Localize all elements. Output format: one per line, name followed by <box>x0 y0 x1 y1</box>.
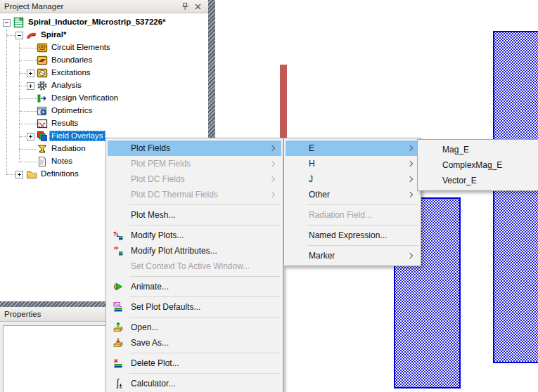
menu-item-plot-fields[interactable]: Plot Fields <box>108 141 281 156</box>
tree-item-results[interactable]: Results <box>0 117 208 130</box>
tree-item-label[interactable]: Boundaries <box>49 55 94 65</box>
menu-item-plot-mesh[interactable]: Plot Mesh... <box>108 207 281 223</box>
design-icon <box>26 30 37 41</box>
set-plot-defaults-icon <box>113 301 124 313</box>
menu-item-save-as[interactable]: Save As... <box>108 335 281 351</box>
panel-title: Project Manager <box>4 2 63 11</box>
menu-item-named-expression[interactable]: Named Expression... <box>286 228 419 243</box>
animate-icon <box>113 281 124 292</box>
menu-item-label: Save As... <box>131 338 169 348</box>
tree-item-design-verification[interactable]: Design Verification <box>0 92 208 105</box>
pin-icon[interactable] <box>181 2 190 11</box>
excitations-icon <box>37 67 48 79</box>
menu-item-label: Plot DC Fields <box>131 174 185 184</box>
menu-item-label: Radiation Field... <box>309 210 372 220</box>
menu-item-j[interactable]: J <box>286 171 419 187</box>
menu-item-label: Plot Fields <box>131 143 170 153</box>
menu-item-modify-plot-attributes[interactable]: Modify Plot Attributes... <box>108 243 281 259</box>
delete-plot-icon <box>113 358 124 369</box>
expand-plus-box[interactable] <box>15 171 23 178</box>
tree-connector <box>6 35 16 37</box>
project-manager-titlebar[interactable]: Project Manager <box>0 0 208 13</box>
menu-item-label: Plot Mesh... <box>131 210 175 220</box>
menu-item-marker[interactable]: Marker <box>286 248 419 263</box>
model-object-hatched-right[interactable] <box>493 31 538 363</box>
expand-plus-box[interactable] <box>27 82 34 90</box>
tree-item-boundaries[interactable]: Boundaries <box>0 54 208 67</box>
menu-item-calculator[interactable]: Calculator... <box>108 376 281 391</box>
definitions-icon <box>26 169 37 180</box>
menu-separator <box>129 353 280 353</box>
model-object-red-bar[interactable] <box>280 65 287 139</box>
menu-item-open[interactable]: Open... <box>108 320 281 335</box>
tree-item-label[interactable]: Definitions <box>39 169 81 179</box>
chevron-right-icon <box>407 192 413 197</box>
menu-item-label: H <box>309 159 315 169</box>
calculator-icon <box>113 378 124 389</box>
tree-item-label[interactable]: Spiral_Inductor_Microstrip_537226* <box>26 17 168 27</box>
menu-item-label: Vector_E <box>442 176 477 185</box>
radiation-icon <box>37 143 48 155</box>
expand-plus-box[interactable] <box>27 70 34 77</box>
analysis-icon <box>37 80 48 91</box>
menu-item-e[interactable]: E <box>286 141 419 156</box>
menu-item-vector-e[interactable]: Vector_E <box>419 173 538 188</box>
tree-item-label[interactable]: Excitations <box>49 67 93 78</box>
tree-item-label[interactable]: Field Overlays <box>49 131 105 141</box>
tree-item-optimetrics[interactable]: Optimetrics <box>0 105 208 117</box>
menu-item-label: Mag_E <box>442 145 469 155</box>
tree-connector <box>19 149 37 150</box>
tree-connector <box>19 60 37 62</box>
tree-item-excitations[interactable]: Excitations <box>0 67 208 79</box>
chevron-right-icon <box>407 161 413 166</box>
design-verification-icon <box>37 93 48 104</box>
collapse-minus-box[interactable] <box>3 19 11 27</box>
menu-item-complexmag-e[interactable]: ComplexMag_E <box>419 157 538 173</box>
menu-separator <box>129 296 280 297</box>
expand-plus-box[interactable] <box>27 133 34 141</box>
tree-item-label[interactable]: Optimetrics <box>49 105 94 116</box>
menu-item-label: Other <box>309 190 330 200</box>
tree-item-label[interactable]: Analysis <box>49 80 84 91</box>
boundaries-icon <box>37 55 48 66</box>
context-menu: Plot FieldsPlot PEM FieldsPlot DC Fields… <box>105 138 283 392</box>
close-icon[interactable] <box>193 2 203 11</box>
tree-item-label[interactable]: Notes <box>49 156 75 166</box>
menu-item-mag-e[interactable]: Mag_E <box>419 142 538 157</box>
menu-item-label: Plot DC Thermal Fields <box>131 190 218 200</box>
menu-separator <box>129 276 280 277</box>
tree-item-spiral-inductor-microstrip-537226[interactable]: Spiral_Inductor_Microstrip_537226* <box>0 16 208 29</box>
menu-item-other[interactable]: Other <box>286 187 419 202</box>
menu-item-label: Named Expression... <box>309 230 387 240</box>
menu-item-animate[interactable]: Animate... <box>108 279 281 294</box>
tree-item-label[interactable]: Results <box>49 118 80 129</box>
tree-item-circuit-elements[interactable]: Circuit Elements <box>0 41 208 54</box>
menu-item-label: Delete Plot... <box>131 358 179 368</box>
tree-item-analysis[interactable]: Analysis <box>0 79 208 92</box>
modify-plot-attributes-icon <box>113 245 124 256</box>
results-icon <box>37 118 48 129</box>
menu-item-label: Calculator... <box>131 379 175 388</box>
open-icon <box>113 322 124 333</box>
modify-plots-icon <box>113 230 124 241</box>
tree-item-label[interactable]: Radiation <box>49 143 88 154</box>
project-icon <box>13 17 25 28</box>
menu-separator <box>129 225 280 226</box>
submenu-plot-fields: EHJOtherRadiation Field...Named Expressi… <box>283 138 421 266</box>
tree-item-label[interactable]: Design Verification <box>49 93 120 103</box>
tree-connector <box>6 174 16 176</box>
tree-connector <box>19 48 37 49</box>
tree-item-label[interactable]: Circuit Elements <box>49 42 113 53</box>
chevron-right-icon <box>269 145 275 151</box>
tree-connector <box>19 111 37 112</box>
menu-item-plot-pem-fields: Plot PEM Fields <box>108 156 281 171</box>
menu-item-set-plot-defaults[interactable]: Set Plot Defaults... <box>108 299 281 315</box>
save-as-icon <box>113 337 124 348</box>
menu-item-modify-plots[interactable]: Modify Plots... <box>108 228 281 243</box>
tree-item-spiral[interactable]: Spiral* <box>0 29 208 41</box>
menu-item-delete-plot[interactable]: Delete Plot... <box>108 355 281 371</box>
collapse-minus-box[interactable] <box>15 32 23 39</box>
menu-item-label: Modify Plot Attributes... <box>131 246 217 256</box>
tree-item-label[interactable]: Spiral* <box>39 30 68 40</box>
menu-item-h[interactable]: H <box>286 156 419 171</box>
